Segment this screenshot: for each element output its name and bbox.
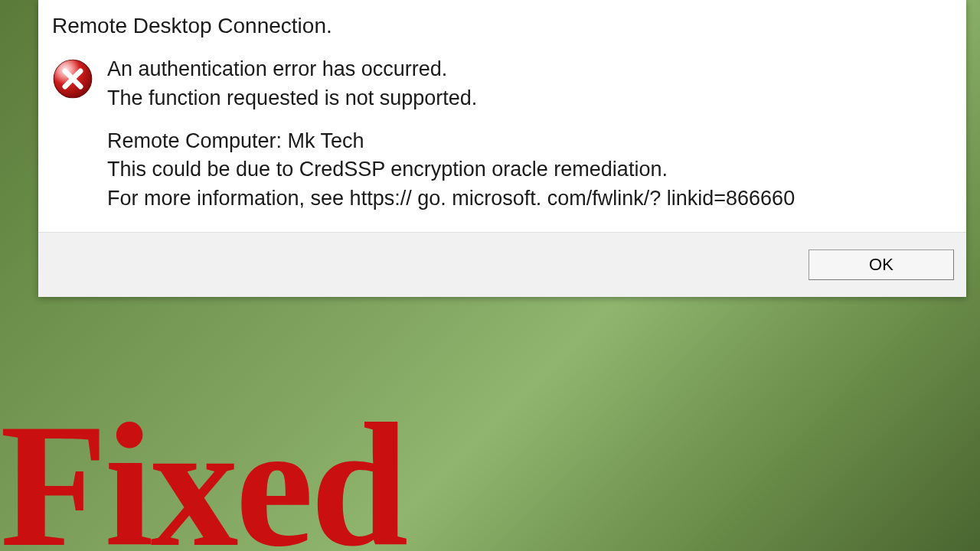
msg-line-1: An authentication error has occurred. [107, 55, 952, 84]
error-icon [52, 58, 93, 99]
error-dialog: Remote Desktop Connection. [38, 0, 966, 297]
msg-line-5: For more information, see https:// go. m… [107, 184, 952, 214]
msg-line-3: Remote Computer: Mk Tech [107, 127, 952, 156]
dialog-footer: OK [38, 232, 966, 297]
dialog-body: An authentication error has occurred. Th… [38, 47, 966, 232]
ok-button[interactable]: OK [808, 249, 954, 280]
dialog-title: Remote Desktop Connection. [38, 0, 966, 47]
dialog-message: An authentication error has occurred. Th… [107, 55, 952, 214]
msg-line-4: This could be due to CredSSP encryption … [107, 155, 952, 184]
error-icon-wrap [52, 55, 93, 214]
fixed-overlay-text: Fixed [0, 398, 405, 551]
msg-line-2: The function requested is not supported. [107, 84, 952, 113]
